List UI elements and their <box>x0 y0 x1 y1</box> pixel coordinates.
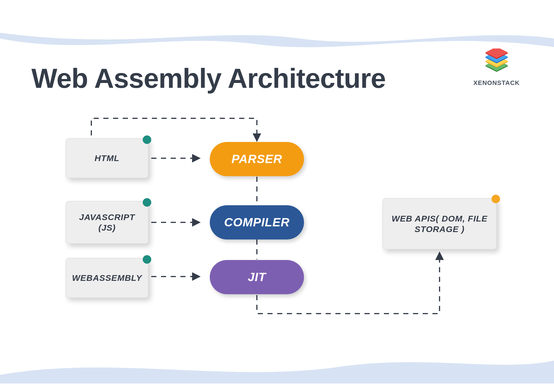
brand-logo: XENONSTACK <box>474 48 520 87</box>
orange-dot-icon <box>491 195 500 203</box>
architecture-diagram: HTML JAVASCRIPT (JS) WEBASSEMBLY PARSER … <box>0 108 554 336</box>
node-jit-label: JIT <box>248 270 266 284</box>
teal-dot-icon <box>143 135 151 144</box>
node-html: HTML <box>66 138 148 178</box>
node-webapis: WEB APIS( DOM, FILE STORAGE ) <box>382 198 497 249</box>
node-compiler-label: COMPILER <box>224 216 290 229</box>
node-webapis-label: WEB APIS( DOM, FILE STORAGE ) <box>388 213 491 235</box>
teal-dot-icon <box>143 198 151 207</box>
node-parser: PARSER <box>210 142 304 176</box>
node-html-label: HTML <box>94 153 119 164</box>
brand-name: XENONSTACK <box>474 79 520 87</box>
node-webassembly-label: WEBASSEMBLY <box>72 273 142 283</box>
node-jit: JIT <box>210 260 304 294</box>
teal-dot-icon <box>143 255 151 264</box>
node-parser-label: PARSER <box>231 152 282 166</box>
page-title: Web Assembly Architecture <box>31 63 386 94</box>
node-javascript: JAVASCRIPT (JS) <box>66 201 148 244</box>
bottom-wave-decoration <box>0 346 554 383</box>
stack-logo-icon <box>481 48 512 77</box>
top-wave-decoration <box>0 30 554 64</box>
node-javascript-label: JAVASCRIPT (JS) <box>71 212 143 233</box>
node-compiler: COMPILER <box>210 205 304 239</box>
node-webassembly: WEBASSEMBLY <box>66 258 148 298</box>
